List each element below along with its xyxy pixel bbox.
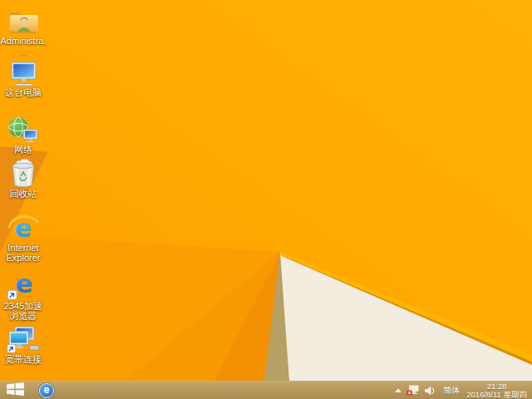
show-hidden-icons-button[interactable]: [395, 388, 401, 392]
desktop-icon-internet-explorer[interactable]: e Internet Explorer: [0, 214, 47, 264]
desktop-icon-label: 这台电脑: [5, 88, 42, 98]
system-tray: 简体 21:28 2016/8/11 星期四: [395, 382, 532, 399]
wallpaper: [0, 0, 532, 381]
blue-e-circle-icon: e: [39, 383, 54, 398]
recycle-bin-full-icon: [9, 158, 37, 188]
ie-e-icon: e: [7, 214, 39, 242]
broadband-monitors-icon: [7, 326, 40, 353]
desktop-icon-label: 宽带连接: [5, 355, 42, 365]
show-hidden-icons-chevron: [395, 388, 401, 392]
volume-tray-icon[interactable]: [425, 386, 436, 396]
clock-time: 21:28: [487, 382, 507, 391]
desktop-icon-label: Administra...: [0, 37, 47, 57]
desktop: Administra... 这台电脑: [0, 0, 532, 399]
desktop-icon-label: Internet Explorer: [0, 244, 47, 264]
blue-e-shortcut-icon: e: [7, 270, 39, 300]
computer-icon: [8, 62, 38, 86]
taskbar-clock[interactable]: 21:28 2016/8/11 星期四: [466, 382, 527, 399]
taskbar: e 简体 21:28: [0, 381, 532, 399]
ime-language-indicator[interactable]: 简体: [441, 385, 461, 397]
desktop-icon-2345-browser[interactable]: e 2345加速浏览器: [0, 270, 47, 322]
desktop-icon-label: 回收站: [10, 190, 37, 200]
desktop-icon-network[interactable]: 网络: [0, 117, 47, 155]
desktop-icon-broadband[interactable]: 宽带连接: [0, 326, 47, 365]
desktop-icon-user-folder[interactable]: Administra...: [0, 8, 47, 57]
svg-text:e: e: [15, 270, 32, 298]
start-button[interactable]: [0, 382, 30, 399]
desktop-icon-this-pc[interactable]: 这台电脑: [0, 62, 47, 98]
network-globe-icon: [7, 117, 39, 144]
desktop-icon-label: 2345加速浏览器: [0, 302, 47, 322]
desktop-icon-label: 网络: [14, 145, 32, 155]
desktop-icon-recycle-bin[interactable]: 回收站: [0, 158, 47, 200]
user-folder-icon: [8, 8, 38, 35]
network-status-tray-icon[interactable]: [406, 385, 420, 396]
taskbar-2345-browser-button[interactable]: e: [33, 382, 60, 399]
windows-logo-icon: [7, 382, 24, 398]
clock-date: 2016/8/11 星期四: [466, 391, 527, 399]
